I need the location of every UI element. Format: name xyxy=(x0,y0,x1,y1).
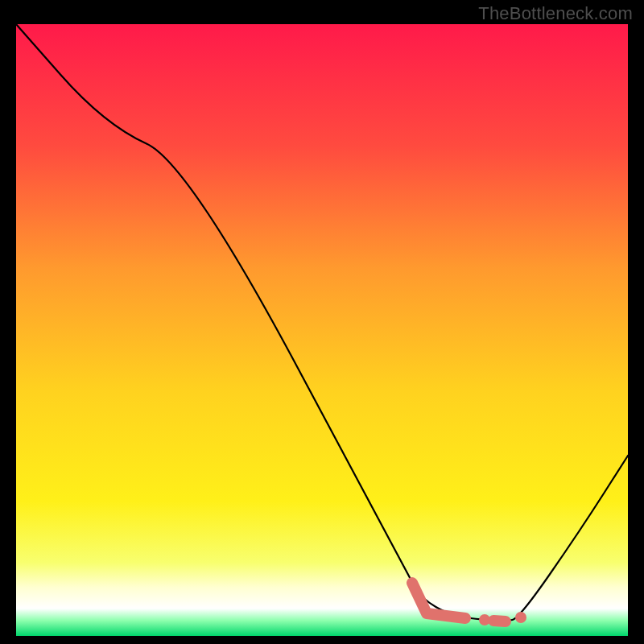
watermark-text: TheBottleneck.com xyxy=(478,3,633,24)
gradient-bg xyxy=(16,24,628,636)
chart-frame xyxy=(16,24,628,636)
optimal-marker-dot xyxy=(515,612,526,623)
optimal-marker-segment xyxy=(493,621,506,621)
chart-svg xyxy=(16,24,628,636)
